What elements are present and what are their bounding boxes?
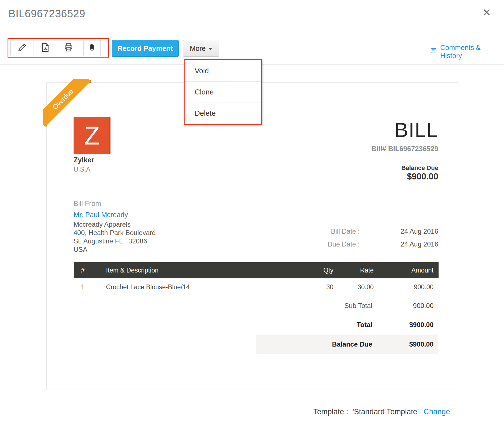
printer-icon	[63, 42, 74, 54]
ribbon-fold-left	[43, 123, 47, 127]
comments-history-label: Comments & History	[440, 44, 504, 60]
pdf-file-icon	[40, 42, 51, 54]
vendor-address-line: USA	[74, 245, 156, 254]
comments-history-link[interactable]: Comments & History	[430, 44, 504, 60]
page-title: BIL6967236529	[8, 8, 85, 20]
cell-qty: 30	[289, 283, 339, 291]
balance-due-row: Balance Due $900.00	[256, 335, 438, 354]
col-header-rate: Rate	[339, 267, 379, 274]
bill-date-label: Bill Date :	[331, 228, 360, 235]
balance-due-amount: $900.00	[407, 172, 438, 182]
attachment-button[interactable]	[83, 40, 101, 56]
col-header-index: #	[74, 267, 91, 274]
print-button[interactable]	[57, 40, 80, 56]
more-button-label: More	[190, 44, 206, 53]
vendor-address-line: 400, Health Park Boulevard	[74, 229, 156, 237]
due-date-label: Due Date :	[328, 240, 360, 248]
cell-description: Crochet Lace Blouse-Blue/14	[91, 283, 289, 291]
more-button[interactable]: More	[183, 40, 219, 57]
bill-date-row: Bill Date : 24 Aug 2016	[331, 228, 438, 235]
template-name: 'Standard Template'	[352, 407, 418, 416]
close-icon[interactable]: ✕	[482, 7, 491, 18]
subtotal-label: Sub Total	[256, 302, 377, 310]
chevron-down-icon	[208, 48, 212, 50]
cell-rate: 30.00	[339, 283, 379, 291]
ribbon-fold-top	[87, 79, 91, 83]
total-value: $900.00	[377, 321, 438, 329]
col-header-qty: Qty	[289, 267, 339, 274]
total-row: Total $900.00	[256, 320, 438, 330]
record-payment-button[interactable]: Record Payment	[112, 40, 179, 57]
header-divider	[0, 27, 504, 27]
table-row: 1 Crochet Lace Blouse-Blue/14 30 30.00 9…	[74, 278, 439, 296]
due-date-row: Due Date : 24 Aug 2016	[328, 240, 438, 248]
bill-from-heading: Bill From	[74, 200, 101, 208]
org-logo: Z	[74, 117, 110, 154]
vendor-address-line: Mccready Apparels	[74, 220, 156, 229]
pdf-button[interactable]	[34, 40, 57, 56]
org-country: U.S.A	[74, 166, 90, 173]
bill-number: Bill# BIL6967236529	[371, 145, 438, 153]
vendor-address: Mccready Apparels 400, Health Park Boule…	[74, 220, 156, 254]
menu-item-void[interactable]: Void	[185, 60, 261, 81]
balance-due-row-label: Balance Due	[256, 340, 377, 348]
balance-due-heading: Balance Due	[401, 164, 438, 172]
bill-date-value: 24 Aug 2016	[360, 228, 438, 235]
org-logo-letter: Z	[84, 121, 100, 150]
more-dropdown-menu: Void Clone Delete	[184, 59, 262, 125]
template-label: Template :	[313, 407, 348, 416]
document-type-heading: BILL	[395, 119, 438, 141]
comment-bubble-icon	[430, 47, 437, 56]
menu-item-delete[interactable]: Delete	[185, 103, 261, 124]
pencil-icon	[17, 42, 27, 54]
vendor-address-line: St. Augustine FL 32086	[74, 237, 156, 245]
bill-number-label: Bill#	[371, 145, 386, 153]
bill-number-value: BIL6967236529	[388, 145, 438, 153]
balance-due-row-value: $900.00	[377, 340, 438, 348]
menu-item-clone[interactable]: Clone	[185, 81, 261, 103]
col-header-amount: Amount	[379, 267, 439, 274]
subtotal-value: 900.00	[377, 302, 438, 310]
bill-document: Overdue Z Zylker U.S.A BILL Bill# BIL696…	[46, 82, 458, 390]
change-template-link[interactable]: Change	[423, 407, 450, 416]
document-action-group	[10, 40, 80, 56]
subtotal-row: Sub Total 900.00	[256, 301, 438, 311]
due-date-value: 24 Aug 2016	[360, 240, 438, 248]
paperclip-icon	[87, 42, 97, 54]
col-header-description: Item & Description	[91, 267, 289, 274]
template-footer: Template : 'Standard Template' Change	[0, 407, 450, 416]
table-header-row: # Item & Description Qty Rate Amount	[74, 262, 439, 278]
line-items-table: # Item & Description Qty Rate Amount 1 C…	[74, 262, 439, 296]
total-label: Total	[256, 321, 377, 329]
cell-index: 1	[74, 283, 91, 291]
vendor-contact-link[interactable]: Mr. Paul Mcready	[74, 211, 128, 219]
org-name: Zylker	[74, 156, 94, 164]
cell-amount: 900.00	[379, 283, 439, 291]
edit-button[interactable]	[10, 40, 34, 56]
